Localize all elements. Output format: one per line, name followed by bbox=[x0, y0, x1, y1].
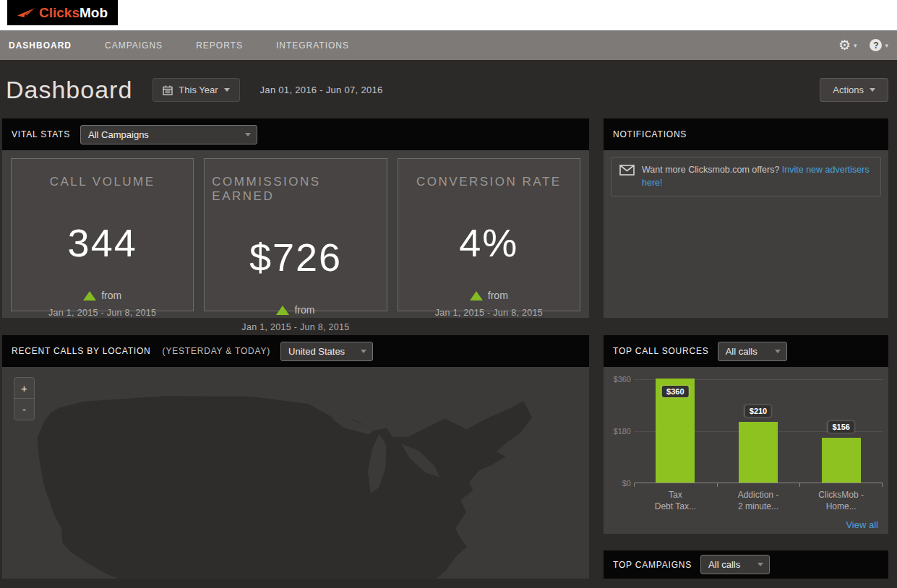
clicksmob-logo[interactable]: ClicksMob bbox=[7, 0, 118, 25]
stat-card-conversion-rate: CONVERSION RATE 4% from Jan 1, 2015 - Ju… bbox=[398, 158, 580, 311]
bar-value-label: $210 bbox=[745, 405, 771, 417]
chevron-down-icon: ▾ bbox=[854, 42, 857, 49]
logo-text: ClicksMob bbox=[39, 5, 108, 21]
country-filter-select[interactable]: United States bbox=[280, 342, 373, 361]
logo-text-first: Clicks bbox=[39, 5, 80, 20]
trend-label: from bbox=[101, 290, 121, 301]
stat-title: COMMISSIONS EARNED bbox=[212, 175, 379, 204]
y-tick-label: $180 bbox=[614, 427, 631, 436]
top-call-sources-header: TOP CALL SOURCES bbox=[613, 346, 709, 356]
category-label: TaxDebt Tax... bbox=[634, 490, 717, 512]
category-label: Addiction -2 minute... bbox=[717, 490, 800, 512]
chevron-down-icon bbox=[752, 555, 769, 574]
stat-value: $726 bbox=[249, 235, 342, 280]
gear-icon: ⚙ bbox=[838, 38, 851, 52]
trend-label: from bbox=[294, 304, 314, 316]
map-zoom-controls: + - bbox=[14, 377, 35, 420]
envelope-icon bbox=[619, 165, 635, 176]
bar-chart: $360$180$0 $360$210$156 TaxDebt Tax...Ad… bbox=[604, 367, 888, 534]
settings-menu[interactable]: ⚙ ▾ bbox=[838, 38, 857, 52]
notifications-header: NOTIFICATIONS bbox=[613, 129, 687, 139]
recent-calls-panel: RECENT CALLS BY LOCATION (YESTERDAY & TO… bbox=[2, 335, 589, 579]
nav-right-icons: ⚙ ▾ ? ▾ bbox=[838, 38, 888, 52]
trend-up-icon bbox=[83, 291, 96, 301]
stat-value: 344 bbox=[68, 220, 137, 265]
top-strip: ClicksMob bbox=[0, 0, 897, 30]
actions-label: Actions bbox=[833, 85, 864, 95]
page-header: Dashboard This Year Jan 01, 2016 - Jun 0… bbox=[0, 60, 897, 118]
us-map-silhouette bbox=[2, 367, 584, 579]
compare-range: Jan 1, 2015 - Jun 8, 2015 bbox=[435, 308, 543, 318]
bar-value-label: $360 bbox=[662, 386, 688, 397]
help-menu[interactable]: ? ▾ bbox=[870, 39, 888, 51]
date-filter-label: This Year bbox=[179, 85, 218, 95]
campaign-filter-value: All Campaigns bbox=[81, 129, 239, 140]
paper-plane-icon bbox=[17, 7, 36, 19]
category-label: ClicksMob -Home... bbox=[799, 490, 883, 512]
recent-calls-header: RECENT CALLS BY LOCATION bbox=[12, 346, 151, 356]
top-campaigns-panel: TOP CAMPAIGNS All calls bbox=[604, 550, 888, 579]
dashboard-grid: VITAL STATS All Campaigns CALL VOLUME 34… bbox=[0, 118, 897, 579]
trend-label: from bbox=[488, 290, 508, 301]
chevron-down-icon bbox=[769, 342, 786, 360]
stat-title: CONVERSION RATE bbox=[416, 175, 562, 189]
calendar-icon bbox=[163, 85, 173, 95]
top-campaigns-filter-value: All calls bbox=[701, 559, 752, 570]
date-range-text: Jan 01, 2016 - Jun 07, 2016 bbox=[260, 85, 383, 95]
actions-button[interactable]: Actions bbox=[820, 78, 888, 102]
top-campaigns-header: TOP CAMPAIGNS bbox=[613, 560, 692, 570]
stat-card-commissions: COMMISSIONS EARNED $726 from Jan 1, 2015… bbox=[204, 158, 387, 311]
stat-value: 4% bbox=[459, 220, 518, 265]
date-filter-button[interactable]: This Year bbox=[153, 78, 239, 102]
map-zoom-out-button[interactable]: - bbox=[14, 399, 34, 420]
trend-up-icon bbox=[276, 306, 289, 315]
chart-bar[interactable] bbox=[822, 438, 861, 483]
chevron-down-icon bbox=[224, 88, 230, 92]
y-tick-label: $0 bbox=[622, 479, 631, 488]
nav-item-dashboard[interactable]: DASHBOARD bbox=[9, 40, 72, 51]
compare-range: Jan 1, 2015 - Jun 8, 2015 bbox=[241, 322, 349, 332]
recent-calls-subheader: (YESTERDAY & TODAY) bbox=[163, 346, 270, 356]
chart-slots: $360$210$156 bbox=[634, 379, 883, 483]
nav-item-reports[interactable]: REPORTS bbox=[196, 40, 243, 51]
bar-value-label: $156 bbox=[828, 421, 854, 433]
notification-item: Want more Clicksmob.com offers? Invite n… bbox=[611, 157, 881, 196]
call-sources-filter-value: All calls bbox=[718, 346, 769, 357]
notifications-panel: NOTIFICATIONS Want more Clicksmob.com of… bbox=[604, 118, 888, 318]
nav-item-integrations[interactable]: INTEGRATIONS bbox=[276, 40, 349, 51]
us-map[interactable]: + - bbox=[2, 367, 589, 579]
stat-title: CALL VOLUME bbox=[50, 175, 155, 189]
main-nav: DASHBOARD CAMPAIGNS REPORTS INTEGRATIONS… bbox=[0, 30, 897, 60]
chart-plot: $360$210$156 bbox=[634, 379, 883, 483]
call-sources-filter-select[interactable]: All calls bbox=[718, 342, 787, 361]
map-zoom-in-button[interactable]: + bbox=[14, 378, 34, 399]
chevron-down-icon: ▾ bbox=[885, 42, 888, 49]
page-title: Dashboard bbox=[6, 76, 132, 104]
chevron-down-icon bbox=[355, 342, 372, 360]
chart-bar[interactable] bbox=[739, 422, 778, 483]
top-call-sources-panel: TOP CALL SOURCES All calls $360$180$0 bbox=[604, 335, 888, 534]
chevron-down-icon bbox=[870, 88, 875, 92]
help-icon: ? bbox=[870, 39, 882, 51]
top-campaigns-filter-select[interactable]: All calls bbox=[700, 555, 770, 574]
view-all-link[interactable]: View all bbox=[608, 512, 883, 530]
y-tick-label: $360 bbox=[614, 375, 631, 384]
stat-card-call-volume: CALL VOLUME 344 from Jan 1, 2015 - Jun 8… bbox=[11, 158, 194, 311]
compare-range: Jan 1, 2015 - Jun 8, 2015 bbox=[48, 308, 156, 318]
nav-item-campaigns[interactable]: CAMPAIGNS bbox=[105, 40, 163, 51]
trend-up-icon bbox=[470, 291, 483, 301]
logo-text-second: Mob bbox=[80, 5, 108, 20]
chart-categories: TaxDebt Tax...Addiction -2 minute...Clic… bbox=[634, 490, 883, 512]
chevron-down-icon bbox=[239, 126, 257, 144]
country-filter-value: United States bbox=[281, 346, 355, 357]
campaign-filter-select[interactable]: All Campaigns bbox=[80, 125, 257, 144]
chart-y-axis: $360$180$0 bbox=[608, 372, 634, 491]
vital-stats-header: VITAL STATS bbox=[12, 129, 70, 139]
notification-text: Want more Clicksmob.com offers? Invite n… bbox=[642, 164, 872, 189]
vital-stats-panel: VITAL STATS All Campaigns CALL VOLUME 34… bbox=[2, 118, 589, 318]
stat-cards: CALL VOLUME 344 from Jan 1, 2015 - Jun 8… bbox=[2, 150, 589, 318]
